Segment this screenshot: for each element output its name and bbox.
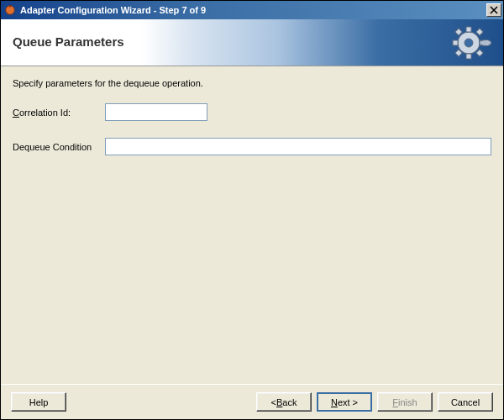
finish-button: Finish	[377, 392, 433, 412]
dequeue-row: Dequeue Condition	[13, 138, 491, 155]
correlation-row: Correlation Id:	[13, 103, 491, 121]
instruction-text: Specify parameters for the dequeue opera…	[13, 78, 491, 88]
app-icon	[3, 3, 17, 17]
next-button[interactable]: Next >	[317, 392, 372, 412]
cancel-button[interactable]: Cancel	[438, 392, 493, 412]
titlebar-text: Adapter Configuration Wizard - Step 7 of…	[20, 5, 486, 15]
svg-rect-4	[466, 54, 471, 59]
dequeue-label: Dequeue Condition	[13, 142, 105, 152]
help-button[interactable]: Help	[11, 392, 66, 412]
svg-rect-5	[453, 40, 458, 45]
titlebar: Adapter Configuration Wizard - Step 7 of…	[1, 1, 503, 19]
header-banner: Queue Parameters	[1, 19, 503, 66]
svg-rect-1	[9, 5, 11, 8]
svg-point-11	[465, 39, 473, 47]
dequeue-input[interactable]	[105, 138, 491, 155]
page-title: Queue Parameters	[13, 34, 124, 49]
close-button[interactable]	[486, 3, 501, 17]
content-area: Specify parameters for the dequeue opera…	[1, 66, 503, 384]
correlation-input[interactable]	[105, 103, 207, 121]
gear-icon	[449, 23, 491, 65]
svg-rect-3	[466, 27, 471, 32]
back-button[interactable]: < Back	[256, 392, 312, 412]
svg-rect-10	[476, 29, 483, 35]
footer: Help < Back Next > Finish Cancel	[1, 384, 503, 419]
wizard-window: Adapter Configuration Wizard - Step 7 of…	[0, 0, 504, 420]
correlation-label: Correlation Id:	[13, 108, 105, 118]
